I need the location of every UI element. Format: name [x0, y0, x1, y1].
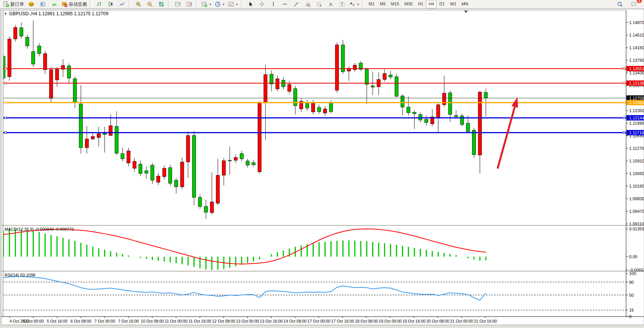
candle[interactable]	[139, 164, 142, 174]
candle[interactable]	[222, 161, 225, 175]
candle[interactable]	[484, 92, 488, 98]
candle[interactable]	[228, 160, 231, 161]
candle[interactable]	[204, 206, 208, 212]
candle[interactable]	[151, 165, 154, 180]
zoom-in-button[interactable]	[133, 0, 144, 8]
fibonacci-tool-button[interactable]: F	[313, 0, 325, 8]
chart-window[interactable]: 1.148701.145101.141501.137901.134301.130…	[0, 9, 644, 328]
candle[interactable]	[169, 167, 172, 183]
template-dropdown[interactable]: ▼	[226, 0, 240, 8]
candle[interactable]	[478, 92, 482, 155]
candle[interactable]	[353, 65, 357, 70]
candle[interactable]	[210, 202, 214, 212]
trendline-tool-button[interactable]	[291, 0, 302, 8]
timeframe-button-m15[interactable]: M15	[388, 0, 401, 8]
candle[interactable]	[127, 151, 130, 163]
new-chart-dropdown[interactable]: ▼	[200, 0, 213, 8]
candle[interactable]	[282, 80, 285, 87]
candle[interactable]	[43, 54, 47, 70]
line-handle[interactable]	[623, 82, 625, 84]
label-tool-button[interactable]: T	[336, 0, 348, 8]
search-button[interactable]	[614, 0, 626, 8]
gbpusd-h4-chart[interactable]: 1.148701.145101.141501.137901.134301.130…	[0, 9, 644, 328]
candle[interactable]	[145, 171, 148, 173]
vline-tool-button[interactable]	[268, 0, 279, 8]
candle[interactable]	[234, 158, 238, 160]
candle[interactable]	[401, 96, 404, 107]
candle[interactable]	[383, 74, 386, 80]
line-handle[interactable]	[5, 117, 6, 119]
candle[interactable]	[389, 75, 392, 77]
line-chart-button[interactable]	[116, 0, 128, 8]
candle[interactable]	[14, 27, 17, 39]
arrows-dropdown[interactable]: ▼	[348, 0, 361, 8]
candle[interactable]	[103, 133, 106, 135]
candle[interactable]	[8, 39, 11, 77]
timeframe-button-m5[interactable]: M5	[377, 0, 388, 8]
candle[interactable]	[133, 161, 136, 168]
candle[interactable]	[115, 126, 118, 153]
candle[interactable]	[448, 93, 452, 114]
hline-tool-button[interactable]	[279, 0, 291, 8]
zoom-out-button[interactable]	[144, 0, 156, 8]
panel-separator[interactable]	[1, 271, 644, 272]
timeframe-button-m30[interactable]: M30	[402, 0, 415, 8]
candle[interactable]	[157, 176, 160, 182]
candle[interactable]	[425, 119, 428, 122]
autotrade-button[interactable]: 自动交易	[60, 0, 88, 8]
panel-separator[interactable]	[1, 225, 644, 226]
candle[interactable]	[365, 69, 368, 84]
candle[interactable]	[323, 109, 327, 113]
candle[interactable]	[79, 104, 83, 148]
candle[interactable]	[180, 162, 184, 187]
candle[interactable]	[85, 139, 88, 148]
signals-button[interactable]	[48, 0, 60, 8]
candle[interactable]	[341, 45, 345, 72]
timeframe-button-w1[interactable]: W1	[447, 0, 459, 8]
candle[interactable]	[395, 77, 398, 96]
candle[interactable]	[335, 45, 339, 90]
candle[interactable]	[240, 154, 243, 159]
candle[interactable]	[198, 197, 202, 206]
candle[interactable]	[258, 103, 261, 172]
candle[interactable]	[317, 108, 321, 112]
candle[interactable]	[26, 37, 29, 46]
line-handle[interactable]	[623, 132, 625, 133]
tile-windows-button[interactable]	[156, 0, 167, 8]
line-handle[interactable]	[5, 82, 6, 84]
candle[interactable]	[413, 113, 416, 114]
candle[interactable]	[162, 168, 166, 177]
timeframe-button-d1[interactable]: D1	[437, 0, 447, 8]
text-tool-button[interactable]: A	[325, 0, 336, 8]
candle[interactable]	[454, 116, 458, 117]
candle[interactable]	[329, 103, 333, 112]
candle[interactable]	[73, 79, 77, 103]
candle[interactable]	[472, 130, 476, 154]
new-order-button[interactable]: 新订单	[2, 0, 26, 8]
bar-chart-button[interactable]	[93, 0, 105, 8]
candle[interactable]	[175, 180, 178, 187]
line-handle[interactable]	[623, 101, 625, 103]
line-handle[interactable]	[623, 68, 625, 69]
market-watch-button[interactable]	[26, 0, 37, 8]
candle[interactable]	[32, 51, 35, 64]
candle[interactable]	[121, 154, 124, 159]
candle[interactable]	[91, 137, 95, 139]
candle[interactable]	[252, 163, 255, 165]
candle-chart-button[interactable]	[105, 0, 116, 8]
candle[interactable]	[246, 161, 249, 165]
candle[interactable]	[276, 79, 279, 89]
candle[interactable]	[55, 69, 59, 80]
candle[interactable]	[216, 175, 220, 203]
timeframe-button-m1[interactable]: M1	[366, 0, 377, 8]
candle[interactable]	[371, 86, 374, 87]
candle[interactable]	[460, 116, 464, 125]
timeframe-button-h4[interactable]: H4	[426, 0, 437, 8]
candle[interactable]	[109, 125, 112, 135]
candle[interactable]	[287, 84, 291, 91]
crosshair-tool-button[interactable]	[256, 0, 268, 8]
channel-tool-button[interactable]: E	[302, 0, 313, 8]
candle[interactable]	[19, 28, 23, 36]
chart-shift-button[interactable]	[183, 0, 195, 8]
candle[interactable]	[305, 103, 309, 108]
